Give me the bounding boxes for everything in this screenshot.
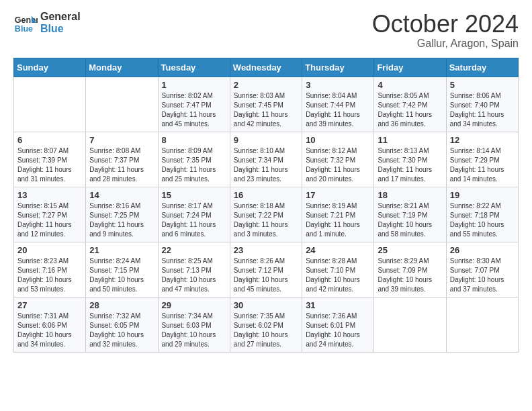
day-number: 5 xyxy=(450,80,515,90)
day-number: 19 xyxy=(450,190,515,200)
calendar-cell: 17Sunrise: 8:19 AMSunset: 7:21 PMDayligh… xyxy=(302,187,374,242)
logo-icon: General Blue xyxy=(13,11,38,35)
day-number: 9 xyxy=(234,135,298,145)
day-info: Sunrise: 8:29 AMSunset: 7:09 PMDaylight:… xyxy=(378,257,442,294)
logo-general: General xyxy=(40,11,81,23)
calendar-cell xyxy=(374,297,446,352)
calendar-cell: 8Sunrise: 8:09 AMSunset: 7:35 PMDaylight… xyxy=(158,132,230,187)
calendar-cell: 15Sunrise: 8:17 AMSunset: 7:24 PMDayligh… xyxy=(158,187,230,242)
calendar-week-4: 20Sunrise: 8:23 AMSunset: 7:16 PMDayligh… xyxy=(14,242,519,297)
calendar-cell: 25Sunrise: 8:29 AMSunset: 7:09 PMDayligh… xyxy=(374,242,446,297)
calendar-header-row: SundayMondayTuesdayWednesdayThursdayFrid… xyxy=(14,58,519,77)
calendar-cell: 3Sunrise: 8:04 AMSunset: 7:44 PMDaylight… xyxy=(302,77,374,132)
calendar-cell: 24Sunrise: 8:28 AMSunset: 7:10 PMDayligh… xyxy=(302,242,374,297)
title-block: October 2024 Gallur, Aragon, Spain xyxy=(372,11,519,50)
day-info: Sunrise: 8:18 AMSunset: 7:22 PMDaylight:… xyxy=(234,201,298,239)
day-number: 10 xyxy=(306,135,370,145)
calendar-cell: 26Sunrise: 8:30 AMSunset: 7:07 PMDayligh… xyxy=(446,242,518,297)
calendar-week-2: 6Sunrise: 8:07 AMSunset: 7:39 PMDaylight… xyxy=(14,132,519,187)
calendar-cell: 23Sunrise: 8:26 AMSunset: 7:12 PMDayligh… xyxy=(230,242,302,297)
calendar-cell: 1Sunrise: 8:02 AMSunset: 7:47 PMDaylight… xyxy=(158,77,230,132)
day-info: Sunrise: 8:22 AMSunset: 7:18 PMDaylight:… xyxy=(450,201,515,239)
day-info: Sunrise: 8:04 AMSunset: 7:44 PMDaylight:… xyxy=(306,91,370,129)
day-info: Sunrise: 8:02 AMSunset: 7:47 PMDaylight:… xyxy=(162,91,226,129)
day-info: Sunrise: 7:31 AMSunset: 6:06 PMDaylight:… xyxy=(17,312,82,349)
calendar-cell: 18Sunrise: 8:21 AMSunset: 7:19 PMDayligh… xyxy=(374,187,446,242)
weekday-header-monday: Monday xyxy=(86,58,158,77)
day-info: Sunrise: 7:34 AMSunset: 6:03 PMDaylight:… xyxy=(162,312,226,349)
day-number: 25 xyxy=(378,245,442,255)
day-info: Sunrise: 8:15 AMSunset: 7:27 PMDaylight:… xyxy=(17,201,82,239)
calendar-cell: 11Sunrise: 8:13 AMSunset: 7:30 PMDayligh… xyxy=(374,132,446,187)
day-info: Sunrise: 8:07 AMSunset: 7:39 PMDaylight:… xyxy=(17,146,82,184)
day-number: 4 xyxy=(378,80,442,90)
calendar-cell: 16Sunrise: 8:18 AMSunset: 7:22 PMDayligh… xyxy=(230,187,302,242)
weekday-header-thursday: Thursday xyxy=(302,58,374,77)
calendar-cell: 12Sunrise: 8:14 AMSunset: 7:29 PMDayligh… xyxy=(446,132,518,187)
svg-text:Blue: Blue xyxy=(15,24,33,34)
weekday-header-friday: Friday xyxy=(374,58,446,77)
day-info: Sunrise: 8:21 AMSunset: 7:19 PMDaylight:… xyxy=(378,201,442,239)
weekday-header-wednesday: Wednesday xyxy=(230,58,302,77)
logo-blue: Blue xyxy=(40,23,81,35)
calendar-cell: 22Sunrise: 8:25 AMSunset: 7:13 PMDayligh… xyxy=(158,242,230,297)
day-number: 17 xyxy=(306,190,370,200)
calendar-cell: 19Sunrise: 8:22 AMSunset: 7:18 PMDayligh… xyxy=(446,187,518,242)
calendar-cell: 9Sunrise: 8:10 AMSunset: 7:34 PMDaylight… xyxy=(230,132,302,187)
day-number: 2 xyxy=(234,80,298,90)
day-number: 1 xyxy=(162,80,226,90)
calendar-cell: 14Sunrise: 8:16 AMSunset: 7:25 PMDayligh… xyxy=(86,187,158,242)
day-number: 8 xyxy=(162,135,226,145)
day-number: 15 xyxy=(162,190,226,200)
calendar-cell: 31Sunrise: 7:36 AMSunset: 6:01 PMDayligh… xyxy=(302,297,374,352)
calendar-cell xyxy=(86,77,158,132)
day-number: 12 xyxy=(450,135,515,145)
day-info: Sunrise: 8:05 AMSunset: 7:42 PMDaylight:… xyxy=(378,91,442,129)
location: Gallur, Aragon, Spain xyxy=(372,38,519,50)
day-number: 24 xyxy=(306,245,370,255)
day-info: Sunrise: 8:13 AMSunset: 7:30 PMDaylight:… xyxy=(378,146,442,184)
day-info: Sunrise: 8:14 AMSunset: 7:29 PMDaylight:… xyxy=(450,146,515,184)
day-info: Sunrise: 8:08 AMSunset: 7:37 PMDaylight:… xyxy=(89,146,154,184)
calendar-week-3: 13Sunrise: 8:15 AMSunset: 7:27 PMDayligh… xyxy=(14,187,519,242)
calendar-cell: 5Sunrise: 8:06 AMSunset: 7:40 PMDaylight… xyxy=(446,77,518,132)
calendar-cell: 29Sunrise: 7:34 AMSunset: 6:03 PMDayligh… xyxy=(158,297,230,352)
day-info: Sunrise: 8:12 AMSunset: 7:32 PMDaylight:… xyxy=(306,146,370,184)
logo: General Blue General Blue xyxy=(13,11,81,35)
day-number: 28 xyxy=(89,300,154,310)
calendar-cell: 10Sunrise: 8:12 AMSunset: 7:32 PMDayligh… xyxy=(302,132,374,187)
day-number: 11 xyxy=(378,135,442,145)
calendar-table: SundayMondayTuesdayWednesdayThursdayFrid… xyxy=(13,58,519,353)
day-info: Sunrise: 8:30 AMSunset: 7:07 PMDaylight:… xyxy=(450,257,515,294)
day-number: 20 xyxy=(17,245,82,255)
day-number: 23 xyxy=(234,245,298,255)
calendar-cell: 27Sunrise: 7:31 AMSunset: 6:06 PMDayligh… xyxy=(14,297,86,352)
calendar-cell: 7Sunrise: 8:08 AMSunset: 7:37 PMDaylight… xyxy=(86,132,158,187)
calendar-cell: 30Sunrise: 7:35 AMSunset: 6:02 PMDayligh… xyxy=(230,297,302,352)
calendar-cell: 6Sunrise: 8:07 AMSunset: 7:39 PMDaylight… xyxy=(14,132,86,187)
calendar-cell: 28Sunrise: 7:32 AMSunset: 6:05 PMDayligh… xyxy=(86,297,158,352)
day-info: Sunrise: 8:23 AMSunset: 7:16 PMDaylight:… xyxy=(17,257,82,294)
calendar-cell: 21Sunrise: 8:24 AMSunset: 7:15 PMDayligh… xyxy=(86,242,158,297)
day-info: Sunrise: 7:36 AMSunset: 6:01 PMDaylight:… xyxy=(306,312,370,349)
day-info: Sunrise: 8:24 AMSunset: 7:15 PMDaylight:… xyxy=(89,257,154,294)
day-info: Sunrise: 8:25 AMSunset: 7:13 PMDaylight:… xyxy=(162,257,226,294)
day-info: Sunrise: 8:10 AMSunset: 7:34 PMDaylight:… xyxy=(234,146,298,184)
day-number: 26 xyxy=(450,245,515,255)
calendar-cell xyxy=(446,297,518,352)
calendar-cell xyxy=(14,77,86,132)
calendar-container: General Blue General Blue October 2024 G… xyxy=(0,0,532,366)
day-info: Sunrise: 8:17 AMSunset: 7:24 PMDaylight:… xyxy=(162,201,226,239)
day-number: 18 xyxy=(378,190,442,200)
weekday-header-saturday: Saturday xyxy=(446,58,518,77)
day-info: Sunrise: 8:19 AMSunset: 7:21 PMDaylight:… xyxy=(306,201,370,239)
day-number: 21 xyxy=(89,245,154,255)
day-info: Sunrise: 7:35 AMSunset: 6:02 PMDaylight:… xyxy=(234,312,298,349)
day-number: 3 xyxy=(306,80,370,90)
day-number: 7 xyxy=(89,135,154,145)
day-info: Sunrise: 8:16 AMSunset: 7:25 PMDaylight:… xyxy=(89,201,154,239)
day-info: Sunrise: 8:03 AMSunset: 7:45 PMDaylight:… xyxy=(234,91,298,129)
weekday-header-sunday: Sunday xyxy=(14,58,86,77)
day-number: 13 xyxy=(17,190,82,200)
day-info: Sunrise: 8:06 AMSunset: 7:40 PMDaylight:… xyxy=(450,91,515,129)
